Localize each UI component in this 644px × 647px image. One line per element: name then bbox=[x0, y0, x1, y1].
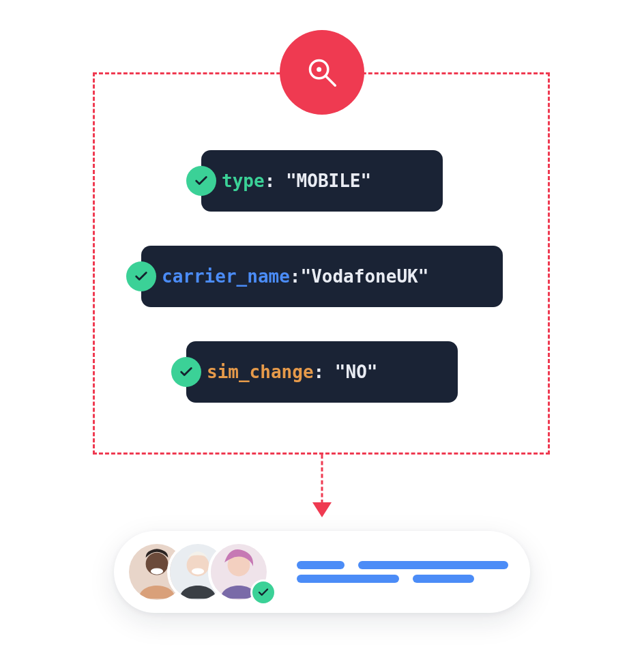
avatar-stack bbox=[126, 541, 269, 603]
attribute-sep: : bbox=[290, 266, 301, 287]
check-icon bbox=[186, 166, 216, 196]
attribute-key: type bbox=[222, 171, 265, 191]
svg-point-8 bbox=[192, 569, 204, 575]
svg-point-1 bbox=[317, 67, 321, 72]
attribute-value: "VodafoneUK" bbox=[301, 266, 429, 287]
attribute-box: carrier_name:"VodafoneUK" bbox=[141, 246, 503, 307]
attribute-sep: : bbox=[265, 171, 286, 191]
search-icon bbox=[280, 30, 364, 115]
svg-point-5 bbox=[151, 569, 163, 575]
attribute-key: sim_change bbox=[207, 362, 314, 382]
check-icon bbox=[250, 579, 276, 605]
result-text-placeholder bbox=[269, 556, 536, 588]
attribute-box: type: "MOBILE" bbox=[201, 150, 443, 212]
flow-arrow-down bbox=[308, 455, 336, 521]
attribute-row: carrier_name:"VodafoneUK" bbox=[141, 246, 503, 307]
attribute-key: carrier_name bbox=[162, 266, 290, 287]
check-icon bbox=[126, 261, 156, 291]
attribute-row: type: "MOBILE" bbox=[201, 150, 443, 212]
attribute-value: "MOBILE" bbox=[286, 171, 371, 191]
attribute-value: "NO" bbox=[335, 362, 378, 382]
result-card bbox=[114, 531, 530, 613]
svg-line-2 bbox=[325, 76, 335, 85]
attribute-row: sim_change: "NO" bbox=[186, 341, 458, 403]
attribute-box: sim_change: "NO" bbox=[186, 341, 458, 403]
check-icon bbox=[171, 357, 201, 387]
attribute-sep: : bbox=[314, 362, 335, 382]
